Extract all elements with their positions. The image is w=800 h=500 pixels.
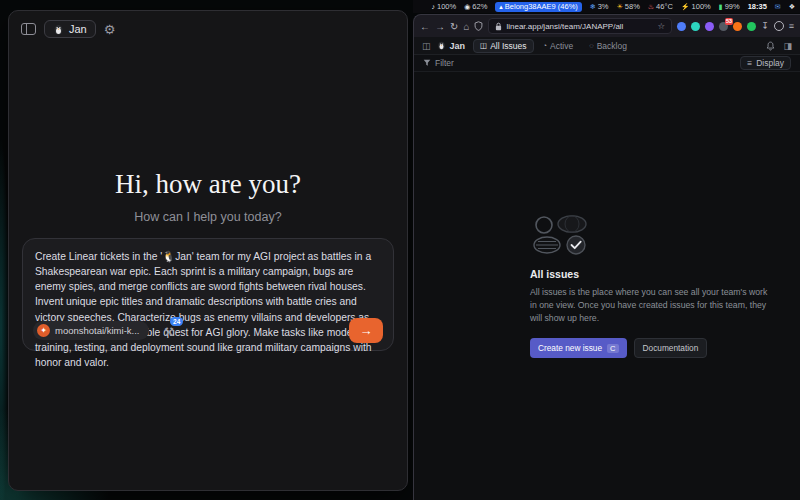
linear-view-tabs: ◫All Issues ◔Active ◌Backlog (473, 39, 634, 53)
tab-label: Backlog (597, 41, 627, 51)
keyboard-shortcut-badge: C (607, 344, 618, 353)
extension-icon[interactable] (747, 22, 756, 31)
home-button[interactable]: ⌂ (463, 21, 469, 32)
power-icon: ⚡ (681, 3, 690, 11)
battery-value: 99% (725, 2, 740, 11)
browser-window: ← → ↻ ⌂ linear.app/jansi/team/JANAPP/all… (413, 14, 800, 500)
filter-button[interactable]: Filter (423, 58, 454, 68)
volume-icon: ♪ (432, 3, 436, 10)
greeting-title: Hi, how are you? (9, 169, 407, 200)
back-button[interactable]: ← (420, 21, 430, 32)
tab-all-issues[interactable]: ◫All Issues (473, 39, 533, 53)
side-panel-icon[interactable]: ◨ (783, 41, 792, 51)
temperature-value: 46°C (656, 2, 673, 11)
all-issues-icon: ◫ (480, 41, 487, 50)
model-selector[interactable]: ✦ moonshotai/kimi-k... (33, 321, 149, 340)
linear-team-label: Jan (450, 41, 466, 51)
statusbar-battery: ▮99% (719, 2, 740, 11)
tab-backlog[interactable]: ◌Backlog (582, 39, 634, 53)
linear-sidebar-toggle-icon[interactable]: ◫ (422, 41, 431, 51)
statusbar-temperature: ♨46°C (648, 2, 673, 11)
download-icon[interactable]: ↧ (761, 21, 769, 31)
clock-value: 18:35 (748, 2, 767, 11)
send-button[interactable]: → (349, 318, 383, 343)
statusbar-brightness: ☀58% (617, 2, 640, 11)
extension-icon[interactable] (677, 22, 686, 31)
composer-card: Create Linear tickets in the '🐧Jan' team… (22, 238, 394, 351)
tab-label: All Issues (490, 41, 526, 51)
system-status-bar: ♪100% ◉62% ▴Belong38AAE9 (46%) ❄3% ☀58% … (413, 0, 800, 13)
jan-main-area: Hi, how are you? How can I help you toda… (9, 169, 407, 224)
forward-button[interactable]: → (435, 21, 445, 32)
wifi-ssid: Belong38AAE9 (46%) (505, 2, 578, 11)
greeting-subtitle: How can I help you today? (9, 210, 407, 224)
sidebar-toggle-icon[interactable] (21, 23, 36, 35)
empty-state-illustration (532, 214, 594, 256)
display-label: Display (756, 58, 784, 68)
cpu-value: 3% (598, 2, 609, 11)
mic-icon: ◉ (464, 3, 470, 11)
notifications-bell-icon[interactable] (766, 41, 775, 51)
extension-icon[interactable] (733, 22, 742, 31)
wifi-icon: ▴ (499, 3, 503, 11)
create-new-issue-button[interactable]: Create new issue C (530, 338, 627, 358)
chat-icon[interactable]: ❖ (789, 3, 795, 11)
composer-controls: ✦ moonshotai/kimi-k... ⚒ 24 → (33, 318, 383, 343)
volume-value: 100% (437, 2, 456, 11)
mic-value: 62% (472, 2, 487, 11)
tools-count-badge: 24 (170, 317, 183, 327)
jan-app-window: Jan ⚙ Hi, how are you? How can I help yo… (8, 10, 408, 491)
address-bar[interactable]: linear.app/jansi/team/JANAPP/all ☆ (488, 18, 672, 34)
active-icon: ◔ (543, 41, 548, 50)
penguin-icon (53, 24, 64, 35)
team-selector[interactable]: Jan (44, 20, 96, 38)
statusbar-cpu: ❄3% (590, 2, 609, 11)
tab-active[interactable]: ◔Active (536, 39, 581, 53)
power-value: 100% (692, 2, 711, 11)
model-provider-icon: ✦ (37, 324, 50, 337)
extension-badge: 53 (725, 18, 733, 25)
display-sliders-icon: ≡ (747, 58, 752, 68)
display-button[interactable]: ≡ Display (740, 56, 791, 70)
linear-content: All issues All issues is the place where… (414, 72, 800, 500)
tab-label: Active (550, 41, 573, 51)
penguin-icon (437, 41, 446, 50)
tools-icon: ⚒ (163, 325, 174, 339)
reload-button[interactable]: ↻ (450, 21, 458, 32)
empty-state-description: All issues is the place where you can se… (530, 286, 768, 325)
temperature-icon: ♨ (648, 3, 654, 11)
tools-button[interactable]: ⚒ 24 (163, 322, 174, 340)
brightness-icon: ☀ (617, 3, 623, 11)
create-new-issue-label: Create new issue (538, 343, 602, 353)
statusbar-mic: ◉62% (464, 2, 487, 11)
team-label: Jan (69, 23, 87, 35)
prompt-input[interactable]: Create Linear tickets in the '🐧Jan' team… (35, 249, 381, 370)
lock-icon[interactable] (495, 22, 502, 31)
settings-gear-icon[interactable]: ⚙ (104, 22, 116, 37)
statusbar-wifi: ▴Belong38AAE9 (46%) (495, 2, 581, 12)
linear-app: ◫ Jan ◫All Issues ◔Active ◌Backlog ◨ Fil… (414, 37, 800, 500)
empty-state-title: All issues (530, 268, 768, 280)
extension-icon[interactable] (691, 22, 700, 31)
documentation-button[interactable]: Documentation (634, 338, 708, 358)
account-avatar[interactable] (774, 21, 784, 31)
tracking-shield-icon[interactable] (474, 21, 483, 31)
linear-header: ◫ Jan ◫All Issues ◔Active ◌Backlog ◨ (414, 37, 800, 55)
statusbar-power: ⚡100% (681, 2, 711, 11)
cpu-icon: ❄ (590, 3, 596, 11)
model-label: moonshotai/kimi-k... (55, 325, 139, 336)
bookmark-star-icon[interactable]: ☆ (658, 21, 666, 31)
empty-state-buttons: Create new issue C Documentation (530, 338, 768, 358)
filter-label: Filter (435, 58, 454, 68)
linear-header-actions: ◨ (766, 41, 792, 51)
mail-icon[interactable]: ✉ (775, 3, 781, 11)
funnel-icon (423, 59, 431, 67)
linear-team[interactable]: Jan (437, 41, 466, 51)
menu-icon[interactable]: ≡ (789, 21, 794, 31)
brightness-value: 58% (625, 2, 640, 11)
empty-state: All issues All issues is the place where… (530, 214, 768, 358)
extension-icon[interactable]: 53 (719, 22, 728, 31)
statusbar-volume: ♪100% (432, 2, 457, 11)
extension-icon[interactable] (705, 22, 714, 31)
clock: 18:35 (748, 2, 767, 11)
